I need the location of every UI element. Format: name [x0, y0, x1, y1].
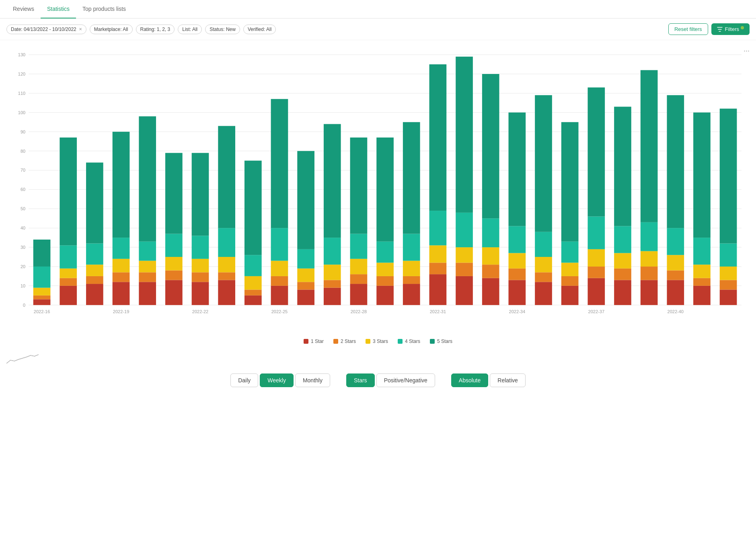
- svg-rect-87: [324, 288, 341, 305]
- chart-more-options[interactable]: ···: [744, 47, 750, 55]
- svg-rect-105: [403, 261, 420, 276]
- mini-chart-thumbnail: [0, 349, 756, 369]
- svg-rect-82: [297, 289, 314, 305]
- status-filter[interactable]: Status: New: [205, 25, 240, 34]
- svg-rect-39: [86, 284, 103, 305]
- svg-rect-133: [535, 232, 552, 257]
- svg-rect-75: [244, 161, 262, 255]
- svg-rect-108: [429, 274, 447, 305]
- list-filter[interactable]: List: All: [178, 25, 202, 34]
- tabs-bar: Reviews Statistics Top products lists: [0, 0, 756, 18]
- svg-rect-40: [86, 276, 103, 284]
- legend-2stars-dot: [333, 339, 338, 344]
- svg-text:20: 20: [21, 264, 25, 269]
- svg-rect-43: [86, 162, 103, 243]
- bar-chart: 01020304050607080901001101201302022-1620…: [6, 47, 750, 329]
- tab-top-products[interactable]: Top products lists: [76, 0, 132, 18]
- svg-rect-125: [509, 269, 526, 280]
- svg-rect-122: [482, 218, 499, 247]
- svg-text:90: 90: [21, 129, 25, 134]
- svg-rect-79: [271, 228, 288, 261]
- svg-rect-84: [297, 269, 314, 282]
- svg-rect-45: [113, 272, 130, 282]
- date-filter-close[interactable]: ✕: [79, 27, 82, 31]
- reset-filters-button[interactable]: Reset filters: [668, 23, 708, 35]
- svg-rect-35: [60, 278, 77, 286]
- svg-rect-59: [165, 153, 183, 234]
- svg-text:50: 50: [21, 206, 25, 211]
- absolute-button[interactable]: Absolute: [451, 373, 488, 387]
- chart-wrapper: 01020304050607080901001101201302022-1620…: [6, 47, 750, 330]
- svg-rect-115: [456, 263, 473, 276]
- svg-rect-98: [376, 286, 394, 305]
- svg-rect-30: [33, 288, 51, 295]
- legend-1star: 1 Star: [304, 339, 324, 344]
- svg-rect-37: [60, 245, 77, 268]
- legend-4stars-dot: [398, 339, 403, 344]
- svg-rect-119: [482, 278, 499, 305]
- svg-rect-103: [403, 284, 420, 305]
- svg-rect-72: [244, 289, 262, 295]
- tab-reviews[interactable]: Reviews: [6, 0, 41, 18]
- svg-rect-138: [561, 242, 579, 263]
- svg-rect-154: [641, 222, 658, 251]
- svg-rect-166: [693, 113, 711, 238]
- filters-button[interactable]: Filters: [711, 23, 750, 35]
- svg-rect-94: [350, 259, 368, 274]
- legend-5stars: 5 Stars: [430, 339, 452, 344]
- relative-button[interactable]: Relative: [490, 373, 526, 387]
- svg-rect-67: [218, 272, 235, 280]
- svg-rect-147: [614, 269, 631, 280]
- date-filter[interactable]: Date: 04/13/2022 - 10/10/2022 ✕: [6, 25, 86, 34]
- svg-rect-149: [614, 226, 631, 253]
- svg-text:2022-22: 2022-22: [192, 309, 208, 314]
- marketplace-filter[interactable]: Marketplace: All: [90, 25, 133, 34]
- svg-rect-167: [720, 289, 737, 305]
- svg-rect-99: [376, 276, 394, 286]
- daily-button[interactable]: Daily: [230, 373, 258, 387]
- svg-rect-160: [667, 95, 684, 228]
- filter-active-dot: [741, 26, 744, 29]
- svg-rect-36: [60, 269, 77, 278]
- bottom-controls: Daily Weekly Monthly Stars Positive/Nega…: [0, 369, 756, 395]
- svg-rect-101: [376, 242, 394, 263]
- rating-filter[interactable]: Rating: 1, 2, 3: [136, 25, 175, 34]
- svg-rect-55: [165, 280, 183, 305]
- svg-rect-118: [456, 57, 473, 213]
- svg-rect-41: [86, 265, 103, 276]
- svg-rect-141: [588, 267, 605, 278]
- svg-rect-91: [324, 124, 341, 238]
- positive-negative-button[interactable]: Positive/Negative: [376, 373, 435, 387]
- tab-statistics[interactable]: Statistics: [41, 0, 76, 18]
- chart-legend: 1 Star 2 Stars 3 Stars 4 Stars 5 Stars: [0, 334, 756, 349]
- svg-rect-53: [139, 242, 156, 261]
- period-btn-group: Daily Weekly Monthly: [230, 373, 330, 387]
- svg-rect-28: [33, 299, 51, 305]
- svg-rect-137: [561, 263, 579, 276]
- svg-rect-52: [139, 261, 156, 273]
- svg-rect-51: [139, 272, 156, 282]
- svg-rect-131: [535, 272, 552, 282]
- svg-rect-159: [667, 228, 684, 255]
- stars-button[interactable]: Stars: [346, 373, 375, 387]
- svg-rect-130: [535, 282, 552, 305]
- legend-4stars: 4 Stars: [398, 339, 420, 344]
- monthly-button[interactable]: Monthly: [295, 373, 330, 387]
- svg-rect-164: [693, 265, 711, 278]
- svg-text:120: 120: [18, 72, 25, 76]
- svg-rect-57: [165, 257, 183, 271]
- svg-rect-68: [218, 257, 235, 272]
- svg-rect-95: [350, 234, 368, 259]
- verified-filter[interactable]: Verified: All: [243, 25, 276, 34]
- mini-chart-svg: [6, 352, 39, 364]
- weekly-button[interactable]: Weekly: [260, 373, 294, 387]
- svg-text:100: 100: [18, 110, 25, 115]
- svg-rect-136: [561, 276, 579, 286]
- svg-rect-171: [720, 109, 737, 243]
- svg-rect-107: [403, 122, 420, 234]
- svg-rect-139: [561, 122, 579, 242]
- svg-rect-83: [297, 282, 314, 289]
- svg-rect-124: [509, 280, 526, 305]
- svg-rect-47: [113, 238, 130, 259]
- svg-rect-127: [509, 226, 526, 253]
